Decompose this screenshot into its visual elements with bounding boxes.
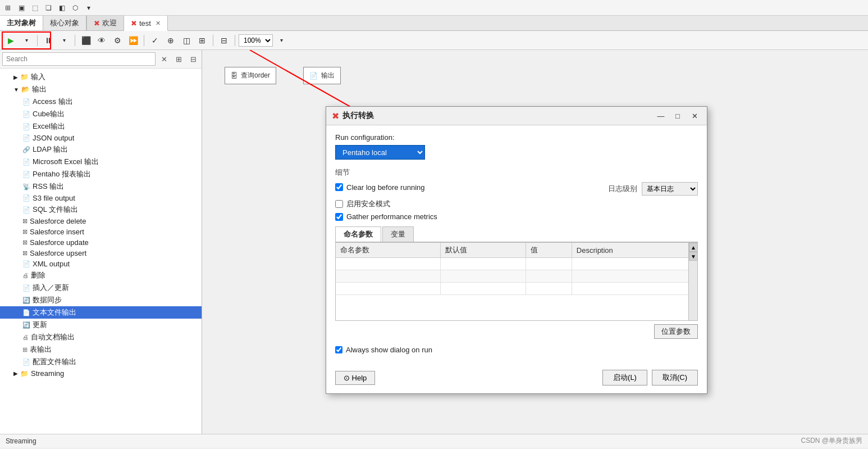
align-btn[interactable]: ⊟ (217, 33, 231, 48)
sql-btn[interactable]: ◫ (179, 33, 194, 48)
canvas-query-node[interactable]: 🗄 查询order (225, 67, 276, 84)
tree-item-sf-insert[interactable]: ⊠ Salesforce insert (0, 226, 202, 237)
tree-item-sf-delete[interactable]: ⊠ Salesforce delete (0, 216, 202, 226)
cancel-btn[interactable]: 取消(C) (652, 370, 698, 385)
tree-item-excel[interactable]: 📄 Excel输出 (0, 120, 202, 133)
tab-test-icon: ✖ (131, 19, 137, 28)
tree-label: JSON output (33, 134, 74, 142)
position-params-btn[interactable]: 位置参数 (654, 324, 698, 339)
impact-btn[interactable]: ⊕ (163, 33, 178, 48)
search-tree-btn2[interactable]: ⊟ (187, 53, 199, 65)
dialog-tabs: 命名参数 变量 (335, 226, 698, 242)
always-show-checkbox[interactable] (335, 346, 342, 353)
sys-icon-5[interactable]: ◧ (56, 2, 67, 13)
table-row-empty2 (336, 270, 697, 283)
tree-item-streaming[interactable]: ▶ 📁 Streaming (0, 368, 202, 379)
tree-item-xml[interactable]: 📄 XML output (0, 258, 202, 269)
tree-item-config-file[interactable]: 📄 配置文件输出 (0, 356, 202, 368)
params-table-container: 命名参数 默认值 值 Description (335, 242, 698, 321)
run-config-select[interactable]: Pentaho local (335, 145, 425, 160)
dialog-minimize-btn[interactable]: — (654, 110, 668, 121)
dialog-maximize-btn[interactable]: □ (671, 110, 684, 121)
clear-log-label: Clear log before running (346, 183, 424, 192)
scrollbar-down-btn[interactable]: ▼ (689, 252, 698, 261)
dialog-tab-variables[interactable]: 变量 (382, 226, 414, 242)
tree-item-update[interactable]: 🔄 更新 (0, 319, 202, 331)
explore-btn[interactable]: ⊞ (195, 33, 209, 48)
tree-item-sql-file[interactable]: 📄 SQL 文件输出 (0, 203, 202, 216)
tree-item-insert-update[interactable]: 📄 插入／更新 (0, 282, 202, 294)
dialog-footer: ⊙ Help 启动(L) 取消(C) (326, 370, 707, 393)
chevron-right-icon: ▶ (13, 74, 18, 80)
run-dropdown-btn[interactable]: ▾ (19, 33, 34, 48)
search-tree-btn1[interactable]: ⊞ (172, 53, 185, 65)
tree-item-datasync[interactable]: 🔄 数据同步 (0, 294, 202, 306)
tree-item-ldap[interactable]: 🔗 LDAP 输出 (0, 143, 202, 156)
metrics-checkbox[interactable] (335, 213, 343, 221)
tree-item-msexcel[interactable]: 📄 Microsoft Excel 输出 (0, 156, 202, 168)
pause-dropdown-btn[interactable]: ▾ (57, 33, 71, 48)
clear-log-checkbox[interactable] (335, 183, 343, 191)
tree-item-cube[interactable]: 📄 Cube输出 (0, 108, 202, 120)
tree-item-auto-doc[interactable]: 🖨 自动文档输出 (0, 331, 202, 343)
sys-icon-2[interactable]: ▣ (16, 2, 27, 13)
canvas-output-node[interactable]: 📄 输出 (303, 67, 341, 84)
file-icon: 📄 (22, 158, 30, 166)
file-icon: 🖨 (22, 272, 29, 279)
tab-welcome[interactable]: ✖ 欢迎 (87, 16, 124, 30)
tree-label: Pentaho 报表输出 (33, 169, 91, 179)
scrollbar-up-btn[interactable]: ▲ (689, 243, 698, 252)
zoom-dropdown-btn[interactable]: ▾ (274, 33, 289, 48)
zoom-select[interactable]: 100% 75% 150% (239, 34, 273, 47)
folder-icon: 📁 (20, 73, 29, 81)
tab-test[interactable]: ✖ test ✕ (124, 16, 168, 31)
tree-item-output[interactable]: ▼ 📂 输出 (0, 83, 202, 96)
tree-item-table-output[interactable]: ⊞ 表输出 (0, 343, 202, 356)
dialog-tab-named-params[interactable]: 命名参数 (335, 226, 381, 242)
tree-item-s3[interactable]: 📄 S3 file output (0, 193, 202, 203)
safe-mode-checkbox[interactable] (335, 200, 343, 208)
tree-item-json[interactable]: 📄 JSON output (0, 133, 202, 143)
stop-btn[interactable]: ⬛ (79, 33, 93, 48)
run-btn[interactable]: ▶ (3, 33, 18, 48)
position-params-row: 位置参数 (335, 324, 698, 339)
tab-test-close[interactable]: ✕ (156, 20, 161, 27)
file-icon: 🔄 (22, 321, 30, 329)
pause-btn[interactable]: ⏸ (41, 33, 56, 48)
status-streaming: Streaming (6, 437, 36, 445)
tree-item-access[interactable]: 📄 Access 输出 (0, 96, 202, 108)
tree-item-sf-upsert[interactable]: ⊠ Salesforce upsert (0, 248, 202, 258)
sys-icon-4[interactable]: ❏ (43, 2, 54, 13)
panel-tab-main[interactable]: 主对象树 (0, 16, 43, 30)
sys-icon-3[interactable]: ⬚ (29, 2, 40, 13)
left-panel: ✕ ⊞ ⊟ ▶ 📁 输入 ▼ 📂 输出 📄 Access 输出 (0, 50, 202, 434)
step-btn[interactable]: ⏩ (126, 33, 140, 48)
search-clear-btn[interactable]: ✕ (158, 53, 170, 65)
tree-item-delete[interactable]: 🖨 删除 (0, 269, 202, 282)
log-level-select[interactable]: 基本日志 详细日志 调试 (642, 182, 698, 196)
tree-label: Salesforce insert (30, 228, 84, 236)
metrics-row: Gather performance metrics (335, 212, 698, 221)
table-scrollbar[interactable]: ▲ ▼ (688, 243, 697, 320)
footer-right: 启动(L) 取消(C) (602, 370, 698, 385)
tree-label: 表输出 (30, 344, 52, 355)
sys-icon-7[interactable]: ▾ (83, 2, 94, 13)
tree-item-pentaho-report[interactable]: 📄 Pentaho 报表输出 (0, 168, 202, 180)
folder-open-icon: 📂 (21, 85, 30, 93)
tree-item-sf-update[interactable]: ⊠ Salesforce update (0, 237, 202, 248)
sys-icon-1[interactable]: ⊞ (2, 2, 13, 13)
tree-item-rss[interactable]: 📡 RSS 输出 (0, 180, 202, 193)
tree-item-input[interactable]: ▶ 📁 输入 (0, 71, 202, 83)
help-btn[interactable]: ⊙ Help (335, 371, 375, 385)
start-btn[interactable]: 启动(L) (602, 370, 647, 385)
tree-label: 数据同步 (33, 295, 62, 305)
debug-btn[interactable]: ⚙ (110, 33, 125, 48)
tree-item-text-output[interactable]: 📄 文本文件输出 (0, 306, 202, 319)
dialog-close-btn[interactable]: ✕ (688, 110, 701, 121)
search-input[interactable] (2, 52, 156, 66)
panel-tab-core[interactable]: 核心对象 (43, 16, 86, 30)
check-btn[interactable]: ✓ (148, 33, 162, 48)
sep3 (144, 35, 144, 46)
sys-icon-6[interactable]: ⬡ (70, 2, 81, 13)
preview-btn[interactable]: 👁 (94, 33, 109, 48)
